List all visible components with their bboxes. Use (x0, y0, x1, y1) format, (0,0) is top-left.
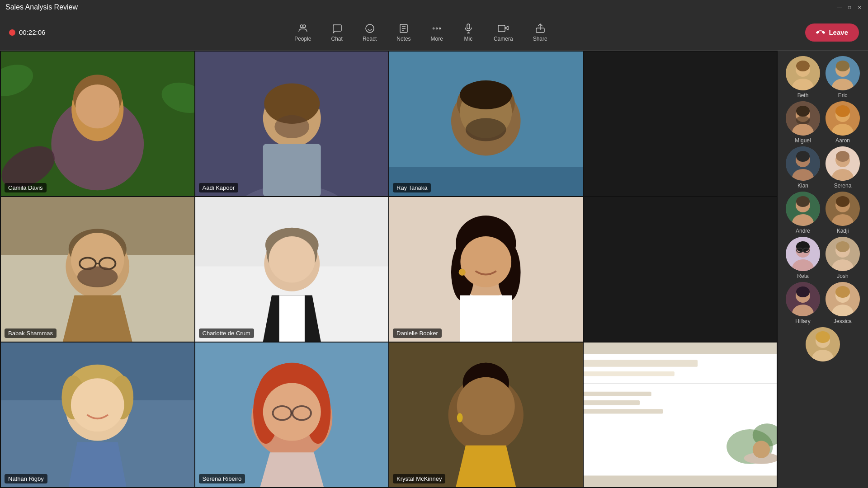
video-tile-camila[interactable]: Camila Davis (1, 52, 194, 196)
mic-button[interactable]: Mic (454, 19, 483, 46)
svg-point-84 (457, 377, 515, 435)
avatar-kadji (826, 192, 860, 226)
svg-rect-88 (584, 360, 698, 366)
svg-point-117 (796, 151, 810, 162)
sidebar-participant-extra[interactable] (806, 327, 840, 363)
name-tag-serena-ribeiro: Serena Ribeiro (199, 474, 245, 483)
svg-point-85 (457, 413, 463, 422)
sidebar-participant-jessica[interactable]: Jessica (826, 282, 860, 324)
svg-point-10 (436, 28, 438, 29)
sidebar-participants: Beth Eric (778, 51, 868, 488)
sidebar-row-3: Kian Serena (781, 146, 864, 189)
toolbar-actions: People Chat React (285, 19, 557, 46)
react-label: React (363, 36, 377, 42)
svg-rect-90 (584, 383, 777, 384)
name-andre: Andre (796, 228, 810, 234)
recording-indicator: 00:22:06 (9, 28, 45, 36)
people-icon (297, 23, 308, 34)
mic-icon (463, 23, 474, 34)
video-tile-krystal[interactable]: Krystal McKinney (389, 343, 583, 487)
sidebar-participant-miguel[interactable]: Miguel (786, 101, 820, 144)
svg-point-97 (752, 441, 769, 458)
video-tile-charlotte[interactable]: Charlotte de Crum (195, 197, 389, 342)
avatar-josh (826, 237, 860, 271)
svg-point-104 (836, 61, 849, 71)
video-tile-danielle[interactable]: Danielle Booker (389, 197, 583, 342)
svg-point-61 (460, 236, 511, 287)
name-tag-charlotte: Charlotte de Crum (199, 328, 254, 338)
avatar-miguel (786, 101, 820, 136)
video-tile-serena-ribeiro[interactable]: Serena Ribeiro (195, 343, 389, 487)
more-label: More (431, 36, 443, 42)
sidebar-participant-kian[interactable]: Kian (786, 146, 820, 189)
sidebar-participant-aaron[interactable]: Aaron (826, 101, 860, 144)
sidebar-participant-kadji[interactable]: Kadji (826, 192, 860, 234)
react-button[interactable]: React (354, 19, 386, 46)
more-button[interactable]: More (422, 19, 452, 46)
svg-point-38 (466, 118, 506, 141)
minimize-button[interactable]: — (836, 4, 843, 10)
chat-icon (331, 23, 342, 34)
camera-icon (498, 23, 509, 34)
video-tile-babak[interactable]: Babak Shammas (1, 197, 194, 342)
video-tile-aadi[interactable]: Aadi Kapoor (195, 52, 389, 196)
sidebar-participant-eric[interactable]: Eric (826, 56, 860, 99)
svg-point-148 (835, 286, 850, 298)
name-aaron: Aaron (835, 137, 850, 144)
recording-dot (9, 29, 15, 36)
video-tile-nathan[interactable]: Nathan Rigby (1, 343, 194, 487)
avatar-hillary (786, 282, 820, 316)
sidebar-row-1: Beth Eric (781, 56, 864, 99)
name-josh: Josh (837, 273, 848, 279)
name-tag-nathan: Nathan Rigby (5, 474, 47, 483)
sidebar-participant-serena[interactable]: Serena (826, 146, 860, 189)
sidebar-participant-reta[interactable]: Reta (786, 237, 820, 279)
svg-rect-93 (584, 409, 663, 413)
name-hillary: Hillary (795, 318, 810, 324)
svg-point-125 (796, 196, 810, 207)
svg-point-22 (75, 84, 119, 128)
video-grid: Camila Davis Aadi Kapoor (0, 51, 778, 488)
people-button[interactable]: People (285, 19, 320, 46)
leave-button[interactable]: Leave (805, 23, 859, 42)
avatar-beth (786, 56, 820, 90)
sidebar-row-2: Miguel Aaron (781, 101, 864, 144)
svg-point-11 (439, 28, 441, 29)
maximize-button[interactable]: □ (846, 4, 853, 10)
avatar-eric (826, 56, 860, 90)
sidebar-participant-josh[interactable]: Josh (826, 237, 860, 279)
avatar-kian (786, 146, 820, 181)
notes-icon (398, 23, 409, 34)
name-miguel: Miguel (795, 137, 811, 144)
sidebar-row-4: Andre Kadji (781, 192, 864, 234)
chat-label: Chat (331, 36, 343, 42)
video-tile-extra[interactable] (584, 343, 777, 487)
sidebar-participant-beth[interactable]: Beth (786, 56, 820, 99)
camera-button[interactable]: Camera (485, 19, 522, 46)
sidebar-row-6: Hillary Jessica (781, 282, 864, 324)
sidebar-participant-andre[interactable]: Andre (786, 192, 820, 234)
sidebar-participant-hillary[interactable]: Hillary (786, 282, 820, 324)
main-content: Camila Davis Aadi Kapoor (0, 51, 868, 488)
share-icon (535, 23, 546, 34)
name-serena: Serena (834, 183, 852, 189)
svg-point-9 (433, 28, 434, 29)
svg-point-108 (796, 106, 810, 117)
share-button[interactable]: Share (524, 19, 557, 46)
sidebar-row-5: Reta Josh (781, 237, 864, 279)
chat-button[interactable]: Chat (322, 19, 352, 46)
name-eric: Eric (838, 92, 848, 99)
svg-rect-89 (584, 371, 675, 376)
notes-button[interactable]: Notes (387, 19, 420, 46)
svg-point-0 (300, 25, 303, 28)
svg-point-121 (836, 151, 849, 162)
notes-label: Notes (396, 36, 410, 42)
svg-point-70 (71, 378, 124, 432)
svg-rect-12 (467, 24, 470, 29)
close-button[interactable]: ✕ (856, 4, 863, 10)
video-tile-ray[interactable]: Ray Tanaka (389, 52, 583, 196)
video-tile-placeholder-2 (584, 197, 777, 342)
recording-timer: 00:22:06 (19, 28, 45, 36)
svg-point-129 (836, 196, 849, 207)
avatar-aaron (826, 101, 860, 136)
